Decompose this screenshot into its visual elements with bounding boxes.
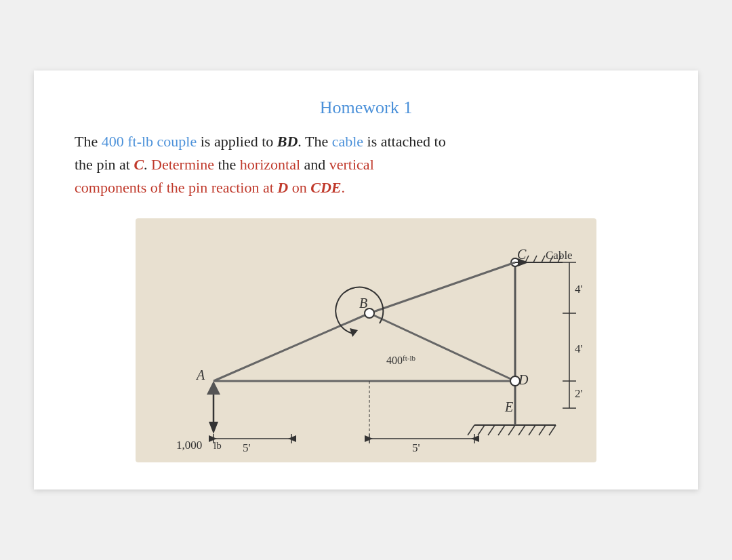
problem-text: The 400 ft-lb couple is applied to BD. T…: [75, 130, 657, 199]
svg-line-6: [518, 425, 525, 435]
highlight-horizontal: horizontal: [240, 156, 300, 173]
highlight-C: C: [134, 156, 144, 173]
couple-unit: ft-lb: [403, 354, 415, 362]
dim-4-top: 4': [575, 283, 583, 296]
svg-marker-45: [365, 435, 373, 442]
highlight-D: D: [277, 179, 288, 196]
label-C: C: [517, 247, 527, 262]
page-title: Homework 1: [75, 98, 657, 118]
highlight-CDE: CDE: [310, 179, 341, 196]
svg-line-8: [539, 425, 546, 435]
highlight-determine: Determine: [151, 156, 214, 173]
svg-marker-46: [471, 435, 479, 442]
svg-line-7: [529, 425, 535, 435]
dim-4-mid: 4': [575, 342, 583, 355]
highlight-vertical: vertical: [329, 156, 374, 173]
svg-line-9: [549, 425, 556, 435]
svg-line-21: [369, 313, 515, 381]
svg-line-18: [214, 313, 369, 381]
svg-marker-41: [288, 435, 296, 442]
svg-line-2: [478, 425, 485, 435]
diagram-container: A B C D E Cable: [75, 218, 657, 462]
diagram-svg: A B C D E Cable: [136, 218, 596, 462]
svg-line-3: [488, 425, 495, 435]
label-A: A: [195, 367, 205, 382]
diagram: A B C D E Cable: [136, 218, 596, 462]
svg-line-4: [498, 425, 505, 435]
svg-line-19: [369, 262, 515, 313]
dim-5-right: 5': [412, 441, 420, 454]
highlight-cable: cable: [332, 133, 363, 150]
label-E: E: [504, 399, 513, 414]
svg-marker-22: [207, 381, 220, 395]
svg-line-5: [508, 425, 515, 435]
label-D: D: [518, 372, 529, 387]
dim-5-left: 5': [243, 441, 251, 454]
highlight-components: components of the pin reaction at: [75, 179, 277, 196]
text-applied: is applied to: [197, 133, 277, 150]
cable-label: Cable: [546, 249, 573, 262]
force-label: 1,000: [176, 439, 202, 452]
svg-line-13: [533, 256, 537, 262]
text-BD: BD: [277, 133, 298, 150]
svg-line-14: [542, 256, 545, 262]
force-unit: lb: [214, 440, 222, 451]
text-the: The: [75, 133, 102, 150]
svg-marker-36: [209, 422, 218, 434]
label-B: B: [359, 296, 367, 311]
highlight-couple: 400 ft-lb couple: [102, 133, 197, 150]
dim-2: 2': [575, 387, 583, 400]
couple-label: 400: [386, 355, 403, 366]
svg-line-1: [468, 425, 474, 435]
page: Homework 1 The 400 ft-lb couple is appli…: [34, 71, 698, 489]
